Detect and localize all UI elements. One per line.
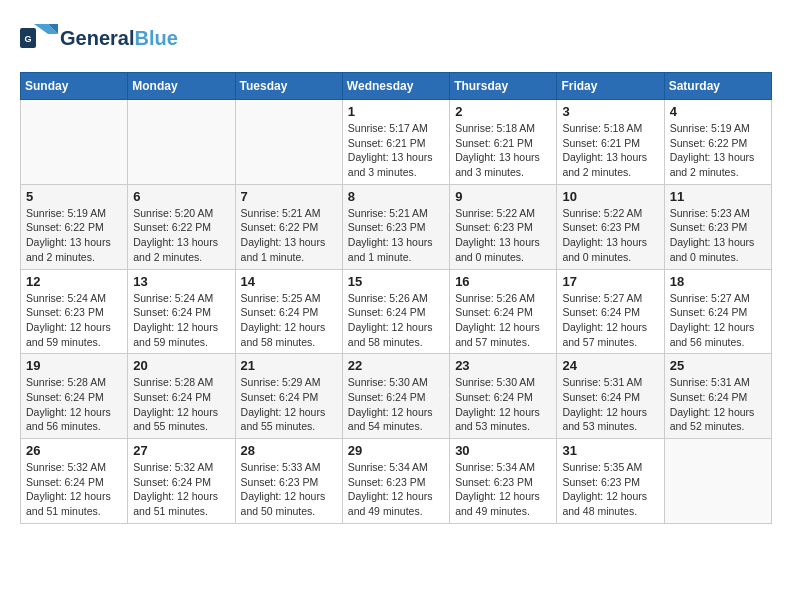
logo-text: GeneralBlue [60,27,178,49]
day-info: Sunrise: 5:26 AM Sunset: 6:24 PM Dayligh… [348,291,444,350]
calendar-week-4: 19Sunrise: 5:28 AM Sunset: 6:24 PM Dayli… [21,354,772,439]
day-number: 16 [455,274,551,289]
day-number: 12 [26,274,122,289]
day-info: Sunrise: 5:25 AM Sunset: 6:24 PM Dayligh… [241,291,337,350]
calendar-cell [128,100,235,185]
day-number: 30 [455,443,551,458]
day-info: Sunrise: 5:19 AM Sunset: 6:22 PM Dayligh… [670,121,766,180]
day-info: Sunrise: 5:20 AM Sunset: 6:22 PM Dayligh… [133,206,229,265]
day-info: Sunrise: 5:30 AM Sunset: 6:24 PM Dayligh… [348,375,444,434]
calendar-cell: 29Sunrise: 5:34 AM Sunset: 6:23 PM Dayli… [342,439,449,524]
day-number: 21 [241,358,337,373]
day-info: Sunrise: 5:27 AM Sunset: 6:24 PM Dayligh… [670,291,766,350]
day-info: Sunrise: 5:32 AM Sunset: 6:24 PM Dayligh… [133,460,229,519]
day-info: Sunrise: 5:24 AM Sunset: 6:23 PM Dayligh… [26,291,122,350]
day-info: Sunrise: 5:28 AM Sunset: 6:24 PM Dayligh… [26,375,122,434]
day-number: 23 [455,358,551,373]
day-info: Sunrise: 5:17 AM Sunset: 6:21 PM Dayligh… [348,121,444,180]
calendar-cell [235,100,342,185]
calendar-cell: 19Sunrise: 5:28 AM Sunset: 6:24 PM Dayli… [21,354,128,439]
day-info: Sunrise: 5:22 AM Sunset: 6:23 PM Dayligh… [562,206,658,265]
calendar-cell: 11Sunrise: 5:23 AM Sunset: 6:23 PM Dayli… [664,184,771,269]
day-info: Sunrise: 5:24 AM Sunset: 6:24 PM Dayligh… [133,291,229,350]
calendar-cell: 1Sunrise: 5:17 AM Sunset: 6:21 PM Daylig… [342,100,449,185]
dow-sunday: Sunday [21,73,128,100]
calendar-cell: 22Sunrise: 5:30 AM Sunset: 6:24 PM Dayli… [342,354,449,439]
day-number: 15 [348,274,444,289]
day-number: 7 [241,189,337,204]
calendar-cell: 28Sunrise: 5:33 AM Sunset: 6:23 PM Dayli… [235,439,342,524]
page-header: G GeneralBlue [20,20,772,56]
calendar-cell [664,439,771,524]
dow-wednesday: Wednesday [342,73,449,100]
day-info: Sunrise: 5:34 AM Sunset: 6:23 PM Dayligh… [348,460,444,519]
calendar-table: SundayMondayTuesdayWednesdayThursdayFrid… [20,72,772,524]
day-info: Sunrise: 5:21 AM Sunset: 6:23 PM Dayligh… [348,206,444,265]
calendar-cell: 18Sunrise: 5:27 AM Sunset: 6:24 PM Dayli… [664,269,771,354]
calendar-cell: 20Sunrise: 5:28 AM Sunset: 6:24 PM Dayli… [128,354,235,439]
dow-monday: Monday [128,73,235,100]
calendar-cell: 6Sunrise: 5:20 AM Sunset: 6:22 PM Daylig… [128,184,235,269]
day-info: Sunrise: 5:29 AM Sunset: 6:24 PM Dayligh… [241,375,337,434]
day-info: Sunrise: 5:23 AM Sunset: 6:23 PM Dayligh… [670,206,766,265]
logo: G GeneralBlue [20,20,178,56]
day-number: 14 [241,274,337,289]
day-number: 1 [348,104,444,119]
day-number: 27 [133,443,229,458]
day-info: Sunrise: 5:27 AM Sunset: 6:24 PM Dayligh… [562,291,658,350]
calendar-cell: 23Sunrise: 5:30 AM Sunset: 6:24 PM Dayli… [450,354,557,439]
calendar-cell: 26Sunrise: 5:32 AM Sunset: 6:24 PM Dayli… [21,439,128,524]
calendar-cell: 21Sunrise: 5:29 AM Sunset: 6:24 PM Dayli… [235,354,342,439]
day-info: Sunrise: 5:31 AM Sunset: 6:24 PM Dayligh… [562,375,658,434]
day-number: 28 [241,443,337,458]
day-number: 5 [26,189,122,204]
logo-icon: G [20,20,58,56]
day-number: 13 [133,274,229,289]
calendar-cell: 2Sunrise: 5:18 AM Sunset: 6:21 PM Daylig… [450,100,557,185]
calendar-cell: 10Sunrise: 5:22 AM Sunset: 6:23 PM Dayli… [557,184,664,269]
day-info: Sunrise: 5:28 AM Sunset: 6:24 PM Dayligh… [133,375,229,434]
calendar-cell: 24Sunrise: 5:31 AM Sunset: 6:24 PM Dayli… [557,354,664,439]
day-info: Sunrise: 5:30 AM Sunset: 6:24 PM Dayligh… [455,375,551,434]
calendar-cell: 16Sunrise: 5:26 AM Sunset: 6:24 PM Dayli… [450,269,557,354]
calendar-week-5: 26Sunrise: 5:32 AM Sunset: 6:24 PM Dayli… [21,439,772,524]
calendar-cell: 7Sunrise: 5:21 AM Sunset: 6:22 PM Daylig… [235,184,342,269]
dow-tuesday: Tuesday [235,73,342,100]
calendar-cell: 14Sunrise: 5:25 AM Sunset: 6:24 PM Dayli… [235,269,342,354]
calendar-cell: 27Sunrise: 5:32 AM Sunset: 6:24 PM Dayli… [128,439,235,524]
calendar-cell: 31Sunrise: 5:35 AM Sunset: 6:23 PM Dayli… [557,439,664,524]
day-info: Sunrise: 5:21 AM Sunset: 6:22 PM Dayligh… [241,206,337,265]
calendar-cell: 12Sunrise: 5:24 AM Sunset: 6:23 PM Dayli… [21,269,128,354]
svg-text:G: G [24,34,31,44]
dow-thursday: Thursday [450,73,557,100]
calendar-cell: 3Sunrise: 5:18 AM Sunset: 6:21 PM Daylig… [557,100,664,185]
day-info: Sunrise: 5:34 AM Sunset: 6:23 PM Dayligh… [455,460,551,519]
day-number: 9 [455,189,551,204]
day-number: 22 [348,358,444,373]
calendar-cell: 13Sunrise: 5:24 AM Sunset: 6:24 PM Dayli… [128,269,235,354]
day-number: 11 [670,189,766,204]
day-number: 31 [562,443,658,458]
calendar-week-1: 1Sunrise: 5:17 AM Sunset: 6:21 PM Daylig… [21,100,772,185]
day-number: 10 [562,189,658,204]
day-number: 20 [133,358,229,373]
calendar-cell [21,100,128,185]
calendar-cell: 9Sunrise: 5:22 AM Sunset: 6:23 PM Daylig… [450,184,557,269]
day-number: 29 [348,443,444,458]
day-number: 6 [133,189,229,204]
day-number: 18 [670,274,766,289]
day-number: 2 [455,104,551,119]
calendar-cell: 25Sunrise: 5:31 AM Sunset: 6:24 PM Dayli… [664,354,771,439]
day-info: Sunrise: 5:32 AM Sunset: 6:24 PM Dayligh… [26,460,122,519]
day-number: 25 [670,358,766,373]
day-number: 4 [670,104,766,119]
day-info: Sunrise: 5:18 AM Sunset: 6:21 PM Dayligh… [562,121,658,180]
day-info: Sunrise: 5:22 AM Sunset: 6:23 PM Dayligh… [455,206,551,265]
day-info: Sunrise: 5:33 AM Sunset: 6:23 PM Dayligh… [241,460,337,519]
day-info: Sunrise: 5:31 AM Sunset: 6:24 PM Dayligh… [670,375,766,434]
day-info: Sunrise: 5:19 AM Sunset: 6:22 PM Dayligh… [26,206,122,265]
calendar-cell: 17Sunrise: 5:27 AM Sunset: 6:24 PM Dayli… [557,269,664,354]
day-number: 26 [26,443,122,458]
day-info: Sunrise: 5:18 AM Sunset: 6:21 PM Dayligh… [455,121,551,180]
dow-saturday: Saturday [664,73,771,100]
